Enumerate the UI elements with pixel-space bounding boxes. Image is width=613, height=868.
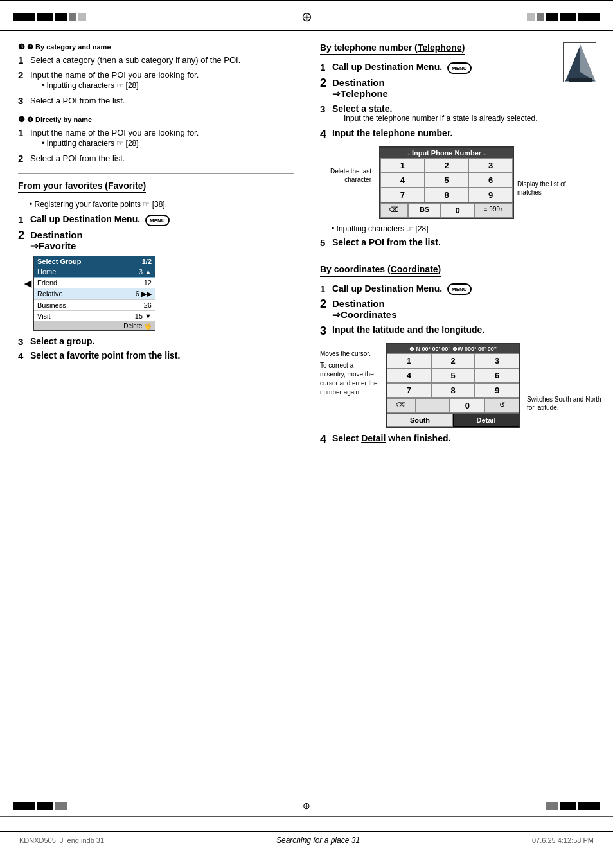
- step-f1: 1 Call up Destination Menu. MENU: [18, 214, 294, 226]
- phone-5: 5: [425, 173, 469, 188]
- step-f4-text: Select a favorite point from the list.: [30, 350, 180, 360]
- coord-2: 2: [431, 353, 475, 368]
- footer-page-label: Searching for a place 31: [276, 836, 360, 845]
- step-f2-dest: Destination: [30, 229, 83, 240]
- tel-prefix: By telephone number (: [320, 42, 418, 53]
- step-a2-text: Input the name of the POI you are lookin…: [30, 70, 199, 80]
- step-c2: 2 Destination ⇒Coordinates: [320, 298, 596, 321]
- btm-blk-3: [55, 802, 67, 810]
- step-t2-arrow: ⇒Telephone: [332, 88, 388, 100]
- coord-8: 8: [431, 383, 475, 398]
- step-t3-num: 3: [320, 103, 329, 114]
- step-b1-num: 1: [18, 127, 27, 138]
- step-c3-num: 3: [320, 324, 329, 338]
- step-f3-num: 3: [18, 336, 27, 347]
- favorite-heading-bold: Favorite: [108, 181, 143, 191]
- step-t5-text: Select a POI from the list.: [332, 237, 441, 247]
- phone-7: 7: [380, 188, 425, 202]
- coord-prefix: By coordinates (: [320, 264, 391, 274]
- step-a2-num: 2: [18, 69, 27, 80]
- step-c4-detail: Detail: [361, 433, 386, 443]
- phone-9: 9: [468, 188, 513, 202]
- coord-back: ⌫: [387, 398, 416, 413]
- step-t2-telephone: Telephone: [341, 88, 388, 99]
- step-f4-num: 4: [18, 350, 27, 361]
- coord-zero: 0: [450, 398, 484, 413]
- step-t2-num: 2: [320, 77, 329, 89]
- step-f3-text: Select a group.: [30, 336, 94, 346]
- block-r3: [546, 13, 558, 21]
- coord-annot-right-text: Switches South and North for latitude.: [527, 396, 601, 411]
- coord-annot-l2: To correct a misentry, move the cursor a…: [320, 361, 378, 397]
- step-t1: 1 Call up Destination Menu. MENU: [320, 62, 558, 74]
- block-1: [13, 13, 35, 21]
- sg-friend-value: 12: [144, 279, 152, 287]
- step-a3-num: 3: [18, 95, 27, 106]
- step-t1-num: 1: [320, 62, 329, 73]
- tel-sub-after-screen: • Inputting characters ☞ [28]: [332, 224, 596, 233]
- btm-blk-r2: [560, 802, 576, 810]
- top-center-symbol: ⊕: [86, 9, 527, 24]
- left-column: ❸ ❸ By category and name 1 Select a cate…: [18, 42, 294, 450]
- step-c1-num: 1: [320, 283, 329, 294]
- phone-zero: 0: [441, 203, 474, 218]
- section-favorite: From your favorites (Favorite) • Registe…: [18, 181, 294, 361]
- step-f1-content: Call up Destination Menu. MENU: [30, 214, 170, 226]
- step-c4-num: 4: [320, 433, 329, 447]
- step-t4: 4 Input the telephone number.: [320, 128, 596, 141]
- step-t1-content: Call up Destination Menu. MENU: [332, 62, 472, 74]
- coord-1: 1: [387, 353, 431, 368]
- step-c3: 3 Input the latitude and the longitude.: [320, 324, 596, 338]
- coord-rotate: ↺: [484, 398, 519, 413]
- bottom-decoration: ⊕: [0, 795, 613, 817]
- btm-blk-r1: [546, 802, 558, 810]
- step-c4-end: when finished.: [386, 433, 450, 443]
- step-a2-content: Input the name of the POI you are lookin…: [30, 69, 199, 92]
- coord-6: 6: [475, 368, 519, 383]
- btm-blk-2: [37, 802, 53, 810]
- phone-annot-right-text: Display the list of matches: [517, 181, 566, 196]
- step-a2-sub: • Inputting characters ☞ [28]: [42, 81, 199, 90]
- section-a-title: ❸ By category and name: [27, 43, 111, 51]
- right-section-divider: [320, 256, 596, 256]
- menu-button-c1[interactable]: MENU: [447, 283, 472, 295]
- step-b2-text: Select a POI from the list.: [30, 153, 125, 164]
- section-telephone: By telephone number (Telephone) 1 Call u…: [320, 42, 596, 248]
- step-c1: 1 Call up Destination Menu. MENU: [320, 283, 596, 296]
- step-f1-text: Call up Destination Menu.: [30, 214, 140, 224]
- phone-3: 3: [468, 158, 513, 173]
- menu-button-f1[interactable]: MENU: [145, 215, 170, 226]
- step-f3: 3 Select a group.: [18, 336, 294, 347]
- phone-2: 2: [425, 158, 469, 173]
- section-category: ❸ ❸ By category and name 1 Select a cate…: [18, 42, 294, 107]
- coord-grid: 1 2 3 4 5 6 7 8 9: [387, 353, 519, 398]
- step-c2-coords: Coordinates: [341, 309, 397, 320]
- block-r5: [578, 13, 600, 21]
- phone-screen-header: - Input Phone Number -: [380, 148, 513, 158]
- phone-6: 6: [468, 173, 513, 188]
- tel-bold: Telephone: [418, 42, 462, 53]
- sg-relative-value: 6 ▶▶: [136, 290, 152, 298]
- phone-screen-area: Delete the last character - Input Phone …: [320, 146, 596, 219]
- coord-9: 9: [475, 383, 519, 398]
- coord-screen-header: ⊕ N 00° 00' 00" ⊕W 000° 00' 00": [387, 344, 519, 353]
- step-c1-content: Call up Destination Menu. MENU: [332, 283, 472, 296]
- menu-button-t1[interactable]: MENU: [447, 62, 472, 74]
- step-c4: 4 Select Detail when finished.: [320, 433, 596, 447]
- step-t3-text: Select a state.: [332, 103, 392, 114]
- section-b-label: ❹ ❹ Directly by name: [18, 115, 294, 124]
- top-left-blocks: [13, 13, 86, 21]
- step-t3-sub: Input the telephone number if a state is…: [344, 114, 538, 123]
- step-f2-content: Destination ⇒Favorite: [30, 229, 83, 252]
- step-f2-favorite: Favorite: [39, 240, 76, 251]
- screen-left-nav: ◀: [24, 278, 31, 288]
- phone-4: 4: [380, 173, 425, 188]
- sg-visit-value: 15 ▼: [135, 312, 152, 320]
- sg-business-label: Business: [37, 301, 66, 309]
- sg-row-friend: Friend 12: [34, 278, 155, 288]
- phone-annot-right: Display the list of matches: [517, 180, 588, 197]
- svg-rect-2: [569, 78, 592, 82]
- top-decoration: ⊕: [0, 0, 613, 31]
- coord-south-btn[interactable]: South: [387, 414, 453, 427]
- coord-detail-btn[interactable]: Detail: [453, 414, 519, 427]
